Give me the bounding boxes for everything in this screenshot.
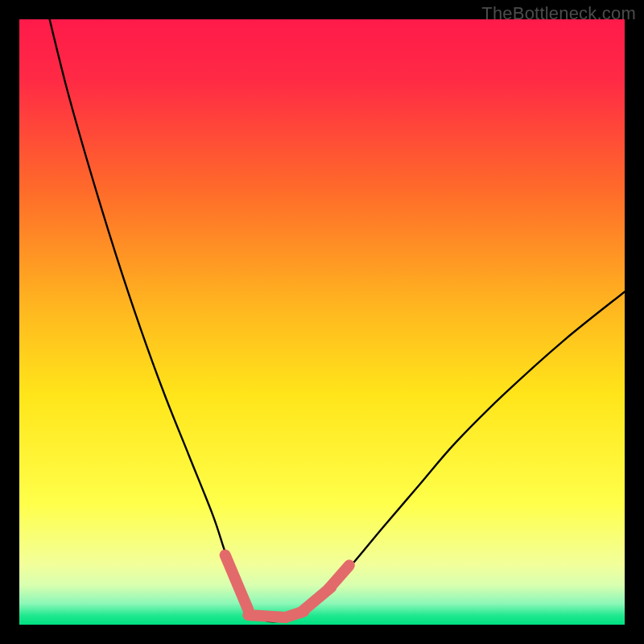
marker-dash: [248, 615, 286, 617]
chart-stage: TheBottleneck.com: [0, 0, 644, 644]
gradient-background: [19, 19, 625, 625]
bottleneck-chart: [19, 19, 625, 625]
plot-frame: [19, 19, 625, 625]
watermark-text: TheBottleneck.com: [481, 3, 636, 24]
